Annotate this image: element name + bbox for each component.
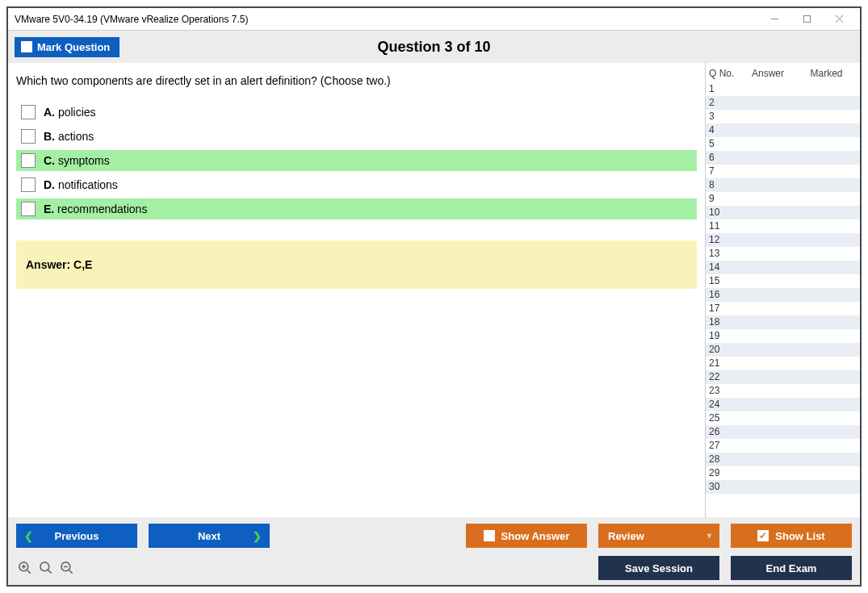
review-dropdown[interactable]: Review ▼	[598, 524, 719, 548]
chevron-left-icon: ❮	[24, 530, 33, 542]
zoom-in-icon[interactable]	[16, 559, 34, 577]
question-list-row[interactable]: 6	[706, 151, 860, 165]
question-list-row[interactable]: 19	[706, 329, 860, 343]
next-button[interactable]: Next ❯	[149, 524, 270, 548]
question-list-row[interactable]: 16	[706, 288, 860, 302]
options-list: A. policiesB. actionsC. symptomsD. notif…	[16, 102, 697, 219]
question-list-row[interactable]: 3	[706, 110, 860, 123]
question-list-row[interactable]: 7	[706, 165, 860, 178]
zoom-reset-icon[interactable]	[37, 559, 55, 577]
option-row[interactable]: B. actions	[16, 126, 697, 147]
option-row[interactable]: C. symptoms	[16, 150, 697, 171]
question-list-row[interactable]: 18	[706, 315, 860, 329]
question-list-row[interactable]: 10	[706, 206, 860, 219]
question-list-row[interactable]: 9	[706, 192, 860, 206]
checkbox-icon	[21, 41, 32, 52]
question-list-panel: Q No. Answer Marked 12345678910111213141…	[705, 63, 860, 517]
question-list-row[interactable]: 14	[706, 261, 860, 274]
question-list-row[interactable]: 27	[706, 439, 860, 453]
question-list-row[interactable]: 4	[706, 123, 860, 137]
svg-rect-1	[803, 16, 810, 23]
question-list-row[interactable]: 11	[706, 219, 860, 233]
chevron-right-icon: ❯	[253, 530, 262, 542]
col-qno: Q No.	[709, 68, 740, 79]
question-list-header: Q No. Answer Marked	[706, 63, 860, 82]
mark-question-label: Mark Question	[37, 41, 110, 53]
review-label: Review	[608, 530, 644, 542]
show-answer-label: Show Answer	[501, 530, 570, 542]
option-label: D. notifications	[44, 178, 118, 191]
question-text: Which two components are directly set in…	[16, 74, 697, 87]
main-body: Which two components are directly set in…	[8, 63, 860, 517]
end-exam-label: End Exam	[766, 562, 817, 574]
option-label: B. actions	[44, 130, 94, 143]
show-answer-button[interactable]: Show Answer	[466, 524, 587, 548]
checkbox-checked-icon	[757, 530, 769, 541]
show-list-button[interactable]: Show List	[731, 524, 852, 548]
question-list-row[interactable]: 21	[706, 357, 860, 370]
close-button[interactable]	[823, 9, 855, 30]
question-list-row[interactable]: 23	[706, 384, 860, 398]
option-row[interactable]: D. notifications	[16, 174, 697, 195]
save-session-button[interactable]: Save Session	[598, 556, 719, 580]
col-marked: Marked	[796, 68, 857, 79]
question-counter: Question 3 of 10	[8, 39, 860, 56]
header-bar: Mark Question Question 3 of 10	[8, 31, 860, 63]
question-list-row[interactable]: 25	[706, 411, 860, 425]
option-label: C. symptoms	[44, 154, 110, 167]
checkbox-icon[interactable]	[21, 202, 36, 216]
question-panel: Which two components are directly set in…	[8, 63, 705, 517]
question-list-row[interactable]: 30	[706, 480, 860, 494]
checkbox-icon	[484, 530, 495, 541]
zoom-out-icon[interactable]	[58, 559, 76, 577]
zoom-controls	[16, 559, 76, 577]
maximize-button[interactable]	[790, 9, 823, 30]
question-list-row[interactable]: 1	[706, 82, 860, 96]
svg-line-5	[27, 570, 31, 574]
question-list-row[interactable]: 8	[706, 178, 860, 192]
question-list-row[interactable]: 12	[706, 233, 860, 247]
app-window: VMware 5V0-34.19 (VMware vRealize Operat…	[6, 6, 862, 587]
question-list-row[interactable]: 24	[706, 398, 860, 411]
footer-bar: ❮ Previous Next ❯ Show Answer Review ▼ S…	[8, 517, 860, 585]
footer-row-1: ❮ Previous Next ❯ Show Answer Review ▼ S…	[16, 524, 852, 548]
footer-row-2: Save Session End Exam	[16, 556, 852, 580]
question-list-row[interactable]: 2	[706, 96, 860, 110]
question-list-row[interactable]: 5	[706, 137, 860, 151]
option-row[interactable]: E. recommendations	[16, 198, 697, 219]
titlebar: VMware 5V0-34.19 (VMware vRealize Operat…	[8, 8, 860, 31]
chevron-down-icon: ▼	[706, 532, 713, 540]
question-list-body[interactable]: 1234567891011121314151617181920212223242…	[706, 82, 860, 517]
svg-line-9	[48, 570, 52, 574]
save-session-label: Save Session	[625, 562, 693, 574]
question-list-row[interactable]: 20	[706, 343, 860, 357]
next-label: Next	[198, 530, 220, 542]
question-list-row[interactable]: 17	[706, 302, 860, 315]
answer-box: Answer: C,E	[16, 240, 697, 289]
svg-line-11	[69, 570, 73, 574]
end-exam-button[interactable]: End Exam	[731, 556, 852, 580]
show-list-label: Show List	[775, 530, 824, 542]
question-list-row[interactable]: 15	[706, 274, 860, 288]
minimize-button[interactable]	[758, 9, 790, 30]
option-row[interactable]: A. policies	[16, 102, 697, 123]
checkbox-icon[interactable]	[21, 177, 36, 192]
checkbox-icon[interactable]	[21, 153, 36, 168]
question-list-row[interactable]: 28	[706, 453, 860, 466]
question-list-row[interactable]: 13	[706, 247, 860, 261]
question-list-row[interactable]: 22	[706, 370, 860, 384]
previous-button[interactable]: ❮ Previous	[16, 524, 137, 548]
question-list-row[interactable]: 29	[706, 466, 860, 480]
window-title: VMware 5V0-34.19 (VMware vRealize Operat…	[15, 14, 248, 25]
col-answer: Answer	[740, 68, 796, 79]
option-label: A. policies	[44, 106, 96, 119]
question-list-row[interactable]: 26	[706, 425, 860, 439]
mark-question-button[interactable]: Mark Question	[15, 37, 120, 57]
previous-label: Previous	[55, 530, 99, 542]
window-controls	[758, 9, 855, 30]
svg-point-8	[40, 562, 49, 571]
option-label: E. recommendations	[44, 203, 147, 215]
checkbox-icon[interactable]	[21, 129, 36, 144]
checkbox-icon[interactable]	[21, 105, 36, 119]
